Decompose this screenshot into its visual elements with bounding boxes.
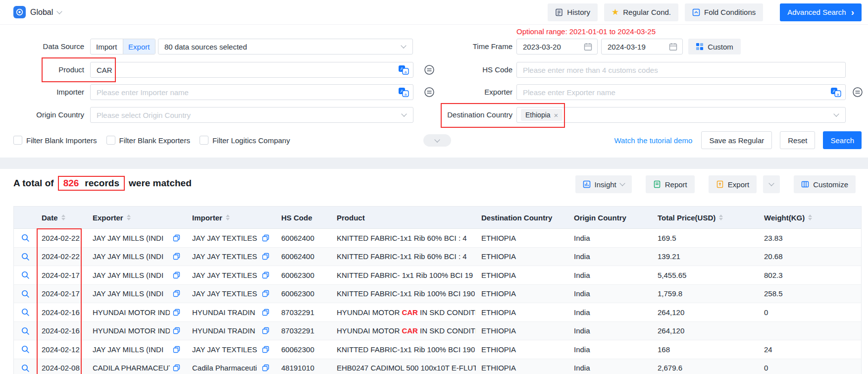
checkbox-icon[interactable]: [200, 136, 208, 145]
copy-icon[interactable]: [262, 364, 269, 372]
hs-code-input[interactable]: [523, 66, 845, 74]
hs-code-field[interactable]: [516, 62, 846, 78]
reset-button[interactable]: Reset: [780, 131, 815, 149]
save-as-regular-button[interactable]: Save as Regular: [701, 131, 772, 149]
filter-checkbox[interactable]: Filter Blank Importers: [13, 136, 97, 145]
insight-button[interactable]: Insight: [575, 175, 632, 193]
header-cell[interactable]: [14, 207, 36, 228]
filter-checkbox[interactable]: Filter Logitics Company: [200, 136, 290, 145]
product-field[interactable]: Aa: [90, 62, 413, 78]
data-source-label: Data Source: [13, 39, 84, 54]
report-button[interactable]: Report: [646, 175, 695, 193]
sort-icon[interactable]: [226, 214, 230, 220]
header-cell[interactable]: Exporter: [87, 207, 187, 228]
results-section: A total of 826 records were matched Insi…: [0, 169, 868, 374]
header-cell[interactable]: Origin Country: [568, 207, 652, 228]
header-cell[interactable]: Product: [331, 207, 476, 228]
remove-tag-icon[interactable]: ×: [554, 111, 559, 119]
magnifier-icon[interactable]: [21, 252, 30, 261]
export-dropdown-button[interactable]: [763, 175, 780, 193]
copy-icon[interactable]: [262, 253, 269, 260]
copy-icon[interactable]: [173, 364, 180, 372]
import-tab[interactable]: Import: [91, 39, 123, 54]
copy-icon[interactable]: [173, 234, 180, 242]
custom-button[interactable]: Custom: [688, 39, 741, 54]
data-source-select[interactable]: 80 data sources selected: [158, 39, 413, 54]
copy-icon[interactable]: [173, 327, 180, 334]
date-end-input[interactable]: [608, 43, 669, 51]
date-end-field[interactable]: [601, 39, 683, 54]
table-header-row: Date Exporter Importer HS Code Product D…: [14, 207, 861, 229]
sort-icon[interactable]: [808, 214, 812, 220]
report-label: Report: [665, 180, 687, 189]
translate-icon[interactable]: Aa: [830, 87, 841, 97]
translate-icon[interactable]: Aa: [398, 87, 409, 97]
fold-conditions-button[interactable]: Fold Conditions: [685, 3, 763, 21]
sort-icon[interactable]: [127, 214, 131, 220]
exporter-input[interactable]: [523, 88, 830, 97]
copy-icon[interactable]: [262, 309, 269, 316]
calendar-icon[interactable]: [584, 43, 592, 51]
translate-icon[interactable]: Aa: [398, 65, 409, 75]
magnifier-icon[interactable]: [21, 289, 30, 298]
importer-input[interactable]: [97, 88, 398, 97]
copy-icon[interactable]: [173, 290, 180, 297]
header-cell[interactable]: Destination Country: [476, 207, 568, 228]
product-pre: EHB0247 CADIMOL 500 100x10T E-FLUT: [337, 364, 476, 372]
advanced-search-button[interactable]: Advanced Search ›: [780, 3, 862, 21]
search-button[interactable]: Search: [823, 131, 862, 149]
destination-country-select[interactable]: Ethiopia ×: [516, 107, 846, 123]
export-tab[interactable]: Export: [123, 39, 155, 54]
product-label: Product: [13, 62, 84, 78]
regular-cond-button[interactable]: ★ Regular Cond.: [604, 3, 678, 21]
copy-icon[interactable]: [173, 346, 180, 353]
header-label: HS Code: [281, 214, 312, 222]
tutorial-link[interactable]: Watch the tutorial demo: [614, 136, 693, 145]
date-start-input[interactable]: [523, 43, 584, 51]
collapse-conditions-button[interactable]: [423, 134, 451, 147]
product-input[interactable]: [97, 66, 398, 74]
filter-checkbox[interactable]: Filter Blank Exporters: [106, 136, 190, 145]
importer-field[interactable]: Aa: [90, 84, 413, 100]
exporter-field[interactable]: Aa: [516, 84, 846, 100]
importer-name: JAY JAY TEXTILES: [192, 345, 257, 354]
copy-icon[interactable]: [262, 234, 269, 242]
exporter-exclude-button[interactable]: [852, 86, 864, 98]
header-cell[interactable]: Total Price(USD): [652, 207, 759, 228]
customize-button[interactable]: Customize: [794, 175, 856, 193]
magnifier-icon[interactable]: [21, 308, 30, 317]
calendar-icon[interactable]: [669, 43, 677, 51]
copy-icon[interactable]: [173, 253, 180, 260]
header-cell[interactable]: HS Code: [276, 207, 331, 228]
magnifier-icon[interactable]: [21, 233, 30, 242]
checkbox-icon[interactable]: [106, 136, 115, 145]
header-cell[interactable]: Date: [36, 207, 87, 228]
cell-exporter: JAY JAY MILLS (INDI: [87, 266, 187, 284]
header-cell[interactable]: Weight(KG): [759, 207, 862, 228]
sort-icon[interactable]: [719, 214, 723, 220]
brand-menu[interactable]: Global: [13, 6, 61, 18]
cell-hs-code: 87032291: [276, 322, 331, 340]
magnifier-icon[interactable]: [21, 270, 30, 279]
copy-icon[interactable]: [262, 327, 269, 334]
checkbox-icon[interactable]: [13, 136, 22, 145]
magnifier-icon[interactable]: [21, 364, 30, 373]
magnifier-icon[interactable]: [21, 326, 30, 335]
history-button[interactable]: History: [548, 3, 598, 21]
copy-icon[interactable]: [173, 309, 180, 316]
origin-country-select[interactable]: Please select Origin Country: [90, 107, 413, 123]
copy-icon[interactable]: [262, 290, 269, 297]
filter-label: Filter Blank Exporters: [119, 136, 190, 145]
copy-icon[interactable]: [262, 346, 269, 353]
copy-icon[interactable]: [262, 271, 269, 279]
header-cell[interactable]: Importer: [187, 207, 276, 228]
importer-name: JAY JAY TEXTILES: [192, 271, 257, 279]
sort-icon[interactable]: [61, 214, 65, 220]
export-button[interactable]: Export: [709, 175, 757, 193]
date-start-field[interactable]: [516, 39, 598, 54]
magnifier-icon[interactable]: [21, 345, 30, 354]
product-post: IN SKD CONDITI: [418, 326, 476, 335]
importer-label: Importer: [13, 84, 84, 100]
copy-icon[interactable]: [173, 271, 180, 279]
cell-total-price: 264,120: [652, 303, 759, 321]
